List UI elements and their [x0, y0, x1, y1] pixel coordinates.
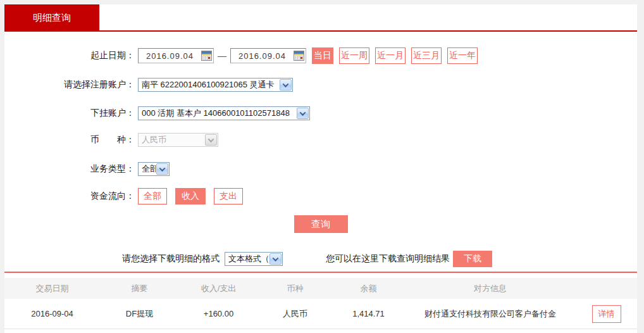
- currency-select: 人民币: [138, 133, 218, 147]
- content-panel: 明细查询 起止日期： 2016.09.04 — 2016.09.04 当日 近一…: [4, 4, 637, 333]
- calendar-icon[interactable]: [294, 51, 304, 61]
- quick-range-year-button[interactable]: 近一年: [447, 47, 478, 64]
- currency-row: 币 种： 人民币: [4, 133, 637, 147]
- end-date-value: 2016.09.04: [231, 51, 294, 61]
- header-in-out: 收入/支出: [179, 278, 258, 299]
- date-range-row: 起止日期： 2016.09.04 — 2016.09.04 当日 近一周 近一月…: [4, 47, 637, 64]
- download-button[interactable]: 下载: [453, 251, 492, 267]
- quick-range-week-button[interactable]: 近一周: [339, 47, 369, 64]
- cell-amount: +160.00: [179, 299, 258, 329]
- download-format-value: 文本格式（.txt）: [225, 253, 269, 265]
- register-account-value: 南平 6222001406100921065 灵通卡: [139, 79, 279, 91]
- sub-account-value: 000 活期 基本户 1406600101102571848: [139, 108, 296, 119]
- download-format-select[interactable]: 文本格式（.txt）: [225, 252, 283, 266]
- header-action: [576, 278, 637, 299]
- end-date-input[interactable]: 2016.09.04: [230, 48, 306, 63]
- chevron-down-icon[interactable]: [269, 253, 282, 265]
- transactions-table: 交易日期 摘要 收入/支出 币种 余额 对方信息 2016-09-04 DF提现…: [4, 278, 637, 329]
- currency-label: 币 种：: [4, 134, 135, 146]
- cell-date: 2016-09-04: [4, 299, 100, 329]
- sub-account-select[interactable]: 000 活期 基本户 1406600101102571848: [138, 106, 310, 120]
- download-hint: 您可以在这里下载查询明细结果: [326, 253, 450, 265]
- business-type-value: 全部: [139, 163, 156, 175]
- sub-account-row: 下挂账户： 000 活期 基本户 1406600101102571848: [4, 106, 637, 120]
- table-header-row: 交易日期 摘要 收入/支出 币种 余额 对方信息: [4, 278, 637, 299]
- sub-account-label: 下挂账户：: [4, 108, 135, 119]
- chevron-down-icon: [205, 134, 217, 146]
- business-type-row: 业务类型： 全部: [4, 162, 637, 176]
- date-separator: —: [218, 51, 226, 61]
- fund-flow-row: 资金流向： 全部 收入 支出: [4, 188, 637, 204]
- business-type-label: 业务类型：: [4, 163, 135, 175]
- header-currency: 币种: [258, 278, 332, 299]
- fund-flow-all-button[interactable]: 全部: [138, 188, 167, 204]
- register-account-label: 请选择注册账户：: [4, 79, 135, 91]
- query-form: 起止日期： 2016.09.04 — 2016.09.04 当日 近一周 近一月…: [4, 32, 637, 267]
- chevron-down-icon[interactable]: [297, 108, 309, 119]
- query-button-row: 查询: [4, 215, 637, 233]
- register-account-row: 请选择注册账户： 南平 6222001406100921065 灵通卡: [4, 78, 637, 92]
- cell-action: 详情: [576, 299, 637, 329]
- cell-currency: 人民币: [258, 299, 332, 329]
- quick-range-quarter-button[interactable]: 近三月: [411, 47, 442, 64]
- header-date: 交易日期: [4, 278, 100, 299]
- quick-range-month-button[interactable]: 近一月: [375, 47, 406, 64]
- download-row: 请您选择下载明细的格式 文本格式（.txt） 您可以在这里下载查询明细结果 下载: [122, 251, 637, 267]
- download-format-label: 请您选择下载明细的格式: [122, 253, 220, 265]
- date-range-label: 起止日期：: [4, 50, 135, 61]
- header-counterparty: 对方信息: [405, 278, 576, 299]
- cell-summary: DF提现: [100, 299, 179, 329]
- header-summary: 摘要: [100, 278, 179, 299]
- query-button[interactable]: 查询: [294, 215, 348, 233]
- start-date-input[interactable]: 2016.09.04: [138, 48, 214, 63]
- fund-flow-label: 资金流向：: [4, 191, 135, 202]
- quick-range-today-button[interactable]: 当日: [312, 47, 333, 64]
- chevron-down-icon[interactable]: [156, 163, 168, 175]
- register-account-select[interactable]: 南平 6222001406100921065 灵通卡: [138, 78, 293, 92]
- fund-flow-expense-button[interactable]: 支出: [214, 188, 243, 204]
- table-top-divider: [4, 272, 637, 273]
- tab-strip: 明细查询: [4, 4, 637, 32]
- tab-detail-query[interactable]: 明细查询: [4, 4, 99, 30]
- cell-balance: 1,414.71: [332, 299, 405, 329]
- calendar-icon[interactable]: [201, 51, 212, 61]
- business-type-select[interactable]: 全部: [138, 162, 170, 176]
- fund-flow-income-button[interactable]: 收入: [175, 188, 206, 204]
- chevron-down-icon[interactable]: [280, 79, 292, 91]
- detail-button[interactable]: 详情: [592, 305, 621, 323]
- start-date-value: 2016.09.04: [139, 51, 201, 61]
- cell-counterparty: 财付通支付科技有限公司客户备付金: [405, 299, 576, 329]
- header-balance: 余额: [332, 278, 405, 299]
- currency-value: 人民币: [139, 134, 204, 146]
- table-row: 2016-09-04 DF提现 +160.00 人民币 1,414.71 财付通…: [4, 299, 637, 329]
